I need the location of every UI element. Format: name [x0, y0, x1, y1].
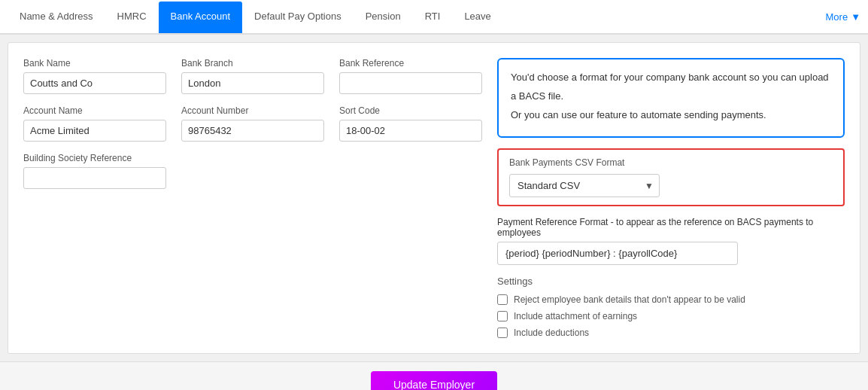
- bank-reference-field: Bank Reference: [339, 58, 482, 94]
- nav-tab-bar: Name & Address HMRC Bank Account Default…: [0, 0, 868, 35]
- bank-name-label: Bank Name: [23, 58, 166, 69]
- payment-ref-section: Payment Reference Format - to appear as …: [497, 217, 845, 265]
- account-number-input[interactable]: [181, 120, 324, 142]
- footer-bar: Update Employer: [0, 361, 868, 390]
- tab-rti[interactable]: RTI: [413, 2, 453, 33]
- bank-reference-input[interactable]: [339, 72, 482, 94]
- tab-bank-account[interactable]: Bank Account: [159, 2, 243, 33]
- update-employer-button[interactable]: Update Employer: [371, 371, 497, 390]
- sort-code-label: Sort Code: [339, 105, 482, 116]
- include-attachment-row[interactable]: Include attachment of earnings: [497, 311, 845, 321]
- chevron-down-icon: ▼: [851, 11, 860, 23]
- sort-code-input[interactable]: [339, 120, 482, 142]
- tab-default-pay-options[interactable]: Default Pay Options: [242, 2, 354, 33]
- csv-format-label: Bank Payments CSV Format: [509, 157, 833, 168]
- bank-branch-label: Bank Branch: [181, 58, 324, 69]
- reject-invalid-row[interactable]: Reject employee bank details that don't …: [497, 294, 845, 305]
- right-panel: You'd choose a format for your company b…: [497, 58, 845, 338]
- include-deductions-checkbox[interactable]: [497, 328, 508, 338]
- account-name-field: Account Name: [23, 105, 166, 142]
- payment-ref-label: Payment Reference Format - to appear as …: [497, 217, 845, 238]
- include-deductions-row[interactable]: Include deductions: [497, 328, 845, 338]
- more-tabs-button[interactable]: More ▼: [826, 11, 861, 23]
- include-deductions-label: Include deductions: [514, 328, 589, 338]
- info-line3: Or you can use our feature to automate s…: [511, 108, 831, 123]
- csv-format-select-wrapper: Standard CSV BACS Custom ▼: [509, 174, 660, 197]
- account-name-label: Account Name: [23, 105, 166, 116]
- settings-section: Settings Reject employee bank details th…: [497, 276, 845, 338]
- reject-invalid-label: Reject employee bank details that don't …: [514, 294, 745, 305]
- include-attachment-label: Include attachment of earnings: [514, 311, 637, 321]
- bank-branch-input[interactable]: [181, 72, 324, 94]
- account-number-field: Account Number: [181, 105, 324, 142]
- main-content-panel: Bank Name Bank Branch Bank Reference You…: [8, 42, 860, 354]
- account-name-input[interactable]: [23, 120, 166, 142]
- settings-title: Settings: [497, 276, 845, 287]
- tab-pension[interactable]: Pension: [354, 2, 413, 33]
- bank-name-field: Bank Name: [23, 58, 166, 94]
- tab-name-address[interactable]: Name & Address: [8, 2, 105, 33]
- building-society-label: Building Society Reference: [23, 153, 166, 163]
- csv-format-select[interactable]: Standard CSV BACS Custom: [509, 174, 660, 197]
- account-number-label: Account Number: [181, 105, 324, 116]
- building-society-field: Building Society Reference: [23, 153, 166, 189]
- include-attachment-checkbox[interactable]: [497, 311, 508, 321]
- info-line2: a BACS file.: [511, 89, 831, 105]
- csv-format-box: Bank Payments CSV Format Standard CSV BA…: [497, 148, 845, 206]
- bank-branch-field: Bank Branch: [181, 58, 324, 94]
- tab-leave[interactable]: Leave: [452, 2, 502, 33]
- building-society-input[interactable]: [23, 167, 166, 189]
- info-line1: You'd choose a format for your company b…: [511, 70, 831, 86]
- sort-code-field: Sort Code: [339, 105, 482, 142]
- reject-invalid-checkbox[interactable]: [497, 294, 508, 305]
- bank-reference-label: Bank Reference: [339, 58, 482, 69]
- form-grid: Bank Name Bank Branch Bank Reference You…: [23, 58, 845, 338]
- tab-hmrc[interactable]: HMRC: [105, 2, 159, 33]
- bank-name-input[interactable]: [23, 72, 166, 94]
- payment-ref-input[interactable]: [497, 242, 738, 265]
- info-box: You'd choose a format for your company b…: [497, 58, 845, 138]
